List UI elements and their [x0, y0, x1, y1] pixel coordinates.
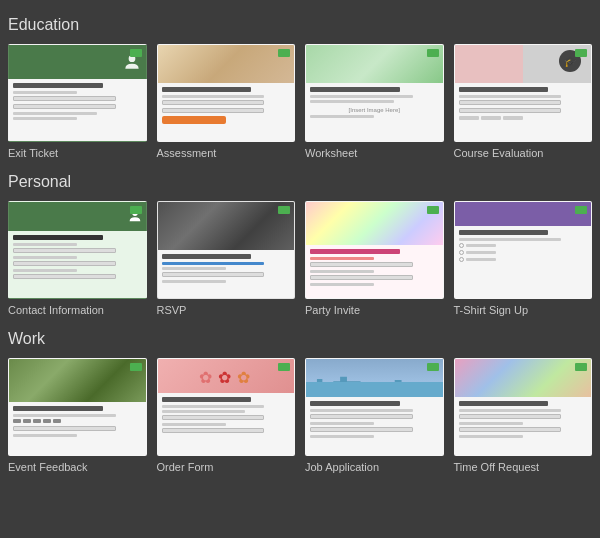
contact-thumbnail — [8, 201, 147, 299]
template-job-application[interactable]: Job Application — [305, 358, 444, 473]
badge — [575, 49, 587, 57]
order-form-label: Order Form — [157, 461, 214, 473]
work-title: Work — [8, 330, 592, 348]
job-app-thumbnail — [305, 358, 444, 456]
education-grid: Exit Ticket Assessment — [8, 44, 592, 159]
course-eval-label: Course Evaluation — [454, 147, 544, 159]
badge — [130, 363, 142, 371]
template-assessment[interactable]: Assessment — [157, 44, 296, 159]
worksheet-label: Worksheet — [305, 147, 357, 159]
event-feedback-thumbnail — [8, 358, 147, 456]
tshirt-thumbnail — [454, 201, 593, 299]
education-title: Education — [8, 16, 592, 34]
badge — [427, 206, 439, 214]
time-off-thumbnail — [454, 358, 593, 456]
flower-decoration-3 — [237, 368, 253, 384]
party-thumbnail — [305, 201, 444, 299]
work-section: Work — [8, 330, 592, 473]
flower-decoration-2 — [218, 368, 234, 384]
template-time-off[interactable]: Time Off Request — [454, 358, 593, 473]
education-section: Education — [8, 16, 592, 159]
template-tshirt[interactable]: T-Shirt Sign Up — [454, 201, 593, 316]
work-grid: Event Feedback — [8, 358, 592, 473]
template-order-form[interactable]: Order Form — [157, 358, 296, 473]
course-eval-thumbnail: 🎓 — [454, 44, 593, 142]
tshirt-label: T-Shirt Sign Up — [454, 304, 529, 316]
template-event-feedback[interactable]: Event Feedback — [8, 358, 147, 473]
badge — [278, 49, 290, 57]
template-rsvp[interactable]: RSVP — [157, 201, 296, 316]
badge — [130, 206, 142, 214]
template-party-invite[interactable]: Party Invite — [305, 201, 444, 316]
rsvp-label: RSVP — [157, 304, 187, 316]
personal-section: Personal — [8, 173, 592, 316]
assessment-label: Assessment — [157, 147, 217, 159]
rsvp-thumbnail — [157, 201, 296, 299]
personal-grid: Contact Information RSVP — [8, 201, 592, 316]
badge — [278, 206, 290, 214]
badge — [427, 49, 439, 57]
badge — [427, 363, 439, 371]
exit-ticket-label: Exit Ticket — [8, 147, 58, 159]
assessment-thumbnail — [157, 44, 296, 142]
contact-label: Contact Information — [8, 304, 104, 316]
order-form-thumbnail — [157, 358, 296, 456]
worksheet-thumbnail: [Insert Image Here] — [305, 44, 444, 142]
badge — [575, 363, 587, 371]
badge — [575, 206, 587, 214]
party-invite-label: Party Invite — [305, 304, 360, 316]
flower-decoration-1 — [199, 368, 215, 384]
template-worksheet[interactable]: [Insert Image Here] Worksheet — [305, 44, 444, 159]
personal-title: Personal — [8, 173, 592, 191]
template-contact[interactable]: Contact Information — [8, 201, 147, 316]
template-course-evaluation[interactable]: 🎓 Course Evaluation — [454, 44, 593, 159]
exit-ticket-thumbnail — [8, 44, 147, 142]
badge — [130, 49, 142, 57]
badge — [278, 363, 290, 371]
time-off-label: Time Off Request — [454, 461, 540, 473]
job-app-label: Job Application — [305, 461, 379, 473]
template-exit-ticket[interactable]: Exit Ticket — [8, 44, 147, 159]
event-feedback-label: Event Feedback — [8, 461, 88, 473]
